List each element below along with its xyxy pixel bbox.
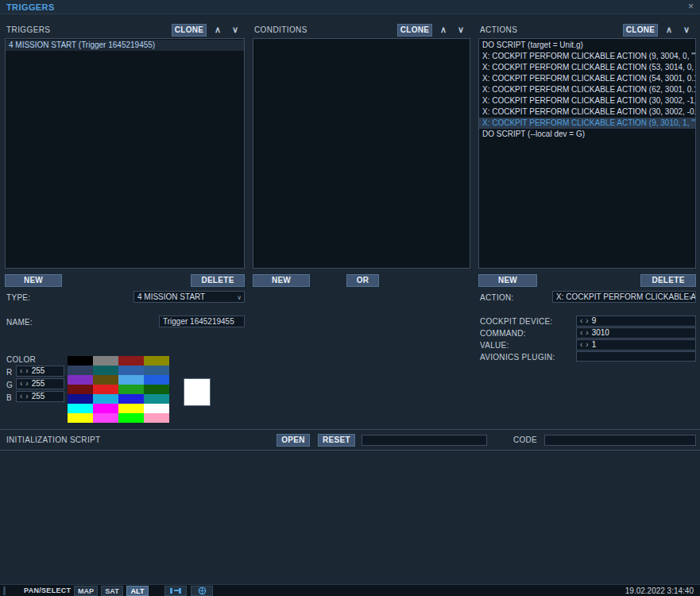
palette-color-swatch[interactable] — [93, 404, 118, 413]
palette-color-swatch[interactable] — [144, 404, 169, 413]
triggers-clone-button[interactable]: CLONE — [172, 24, 207, 37]
increment-icon[interactable]: › — [586, 316, 588, 325]
name-label: NAME: — [6, 318, 33, 327]
palette-color-swatch[interactable] — [93, 366, 118, 375]
triggers-move-down-icon[interactable]: ∨ — [229, 25, 242, 35]
increment-icon[interactable]: › — [586, 340, 588, 349]
palette-color-swatch[interactable] — [118, 356, 144, 366]
palette-color-swatch[interactable] — [68, 404, 93, 413]
palette-color-swatch[interactable] — [68, 385, 93, 394]
list-item[interactable]: X: COCKPIT PERFORM CLICKABLE ACTION (9, … — [479, 118, 695, 129]
palette-color-swatch[interactable] — [118, 366, 144, 375]
window-title: TRIGGERS — [6, 2, 55, 12]
script-file-input[interactable] — [362, 435, 487, 446]
command-label: COMMAND: — [480, 329, 526, 338]
increment-icon[interactable]: › — [25, 392, 28, 401]
palette-color-swatch[interactable] — [68, 375, 93, 385]
actions-new-button[interactable]: NEW — [478, 274, 537, 287]
conditions-new-button[interactable]: NEW — [253, 274, 310, 287]
palette-color-swatch[interactable] — [68, 366, 93, 375]
list-item[interactable]: DO SCRIPT (--local dev = G) — [479, 129, 695, 140]
open-button[interactable]: OPEN — [277, 434, 310, 447]
palette-color-swatch[interactable] — [118, 404, 144, 413]
action-type-dropdown[interactable]: X: COCKPIT PERFORM CLICKABLE ACTION ∨ — [552, 291, 696, 303]
cockpit-device-stepper[interactable]: ‹›9 — [576, 315, 696, 327]
triggers-move-up-icon[interactable]: ∧ — [211, 25, 224, 35]
list-item[interactable]: X: COCKPIT PERFORM CLICKABLE ACTION (9, … — [479, 51, 695, 62]
avionics-plugin-label: AVIONICS PLUGIN: — [480, 353, 555, 362]
palette-color-swatch[interactable] — [118, 413, 144, 423]
conditions-clone-button[interactable]: CLONE — [397, 24, 432, 37]
palette-color-swatch[interactable] — [93, 394, 118, 404]
palette-color-swatch[interactable] — [118, 394, 144, 404]
palette-color-swatch[interactable] — [144, 394, 169, 404]
conditions-list — [253, 38, 470, 269]
trigger-type-dropdown[interactable]: 4 MISSION START ∨ — [133, 291, 245, 303]
decrement-icon[interactable]: ‹ — [580, 328, 582, 337]
actions-move-down-icon[interactable]: ∨ — [680, 25, 693, 35]
green-stepper[interactable]: ‹›255 — [16, 378, 64, 389]
command-stepper[interactable]: ‹›3010 — [576, 327, 696, 339]
list-item[interactable]: DO SCRIPT (target = Unit.g) — [479, 40, 695, 51]
triggers-new-button[interactable]: NEW — [5, 274, 62, 287]
code-input[interactable] — [544, 435, 696, 446]
layers-toggle-button[interactable] — [164, 586, 187, 596]
list-item[interactable]: X: COCKPIT PERFORM CLICKABLE ACTION (53,… — [479, 62, 695, 73]
decrement-icon[interactable]: ‹ — [20, 366, 22, 375]
reset-button[interactable]: RESET — [318, 434, 355, 447]
map-button[interactable]: MAP — [74, 586, 98, 596]
palette-color-swatch[interactable] — [144, 413, 169, 423]
palette-color-swatch[interactable] — [68, 413, 93, 423]
increment-icon[interactable]: › — [586, 328, 588, 337]
decrement-icon[interactable]: ‹ — [580, 316, 582, 325]
palette-color-swatch[interactable] — [68, 394, 93, 404]
actions-header-label: ACTIONS — [480, 25, 517, 34]
decrement-icon[interactable]: ‹ — [580, 340, 582, 349]
list-item[interactable]: X: COCKPIT PERFORM CLICKABLE ACTION (54,… — [479, 73, 695, 84]
palette-color-swatch[interactable] — [144, 366, 169, 375]
palette-color-swatch[interactable] — [93, 375, 118, 385]
palette-color-swatch[interactable] — [93, 356, 118, 366]
palette-color-swatch[interactable] — [144, 385, 169, 394]
value-label: VALUE: — [480, 341, 509, 350]
list-item[interactable]: X: COCKPIT PERFORM CLICKABLE ACTION (62,… — [479, 84, 695, 95]
increment-icon[interactable]: › — [25, 379, 28, 388]
palette-color-swatch[interactable] — [118, 385, 144, 394]
layers-icon — [169, 587, 182, 594]
globe-toggle-button[interactable] — [191, 586, 213, 596]
palette-color-swatch[interactable] — [68, 356, 93, 366]
triggers-delete-button[interactable]: DELETE — [191, 274, 245, 287]
blue-stepper[interactable]: ‹›255 — [16, 391, 64, 402]
triggers-header-label: TRIGGERS — [6, 25, 50, 34]
palette-color-swatch[interactable] — [118, 375, 144, 385]
decrement-icon[interactable]: ‹ — [20, 379, 22, 388]
mission-datetime: 19.02.2022 3:14:40 — [625, 586, 694, 595]
trigger-name-input[interactable] — [159, 315, 245, 327]
avionics-plugin-input[interactable] — [576, 351, 696, 362]
alt-button[interactable]: ALT — [126, 586, 149, 596]
actions-move-up-icon[interactable]: ∧ — [663, 25, 675, 35]
list-item[interactable]: X: COCKPIT PERFORM CLICKABLE ACTION (30,… — [479, 106, 695, 118]
list-item[interactable]: X: COCKPIT PERFORM CLICKABLE ACTION (30,… — [479, 95, 695, 106]
type-label: TYPE: — [6, 293, 30, 302]
value-stepper[interactable]: ‹›1 — [576, 339, 696, 350]
blue-value: 255 — [32, 392, 45, 401]
increment-icon[interactable]: › — [25, 366, 28, 375]
list-item[interactable]: 4 MISSION START (Trigger 1645219455) — [6, 40, 244, 51]
red-stepper[interactable]: ‹›255 — [16, 366, 64, 377]
close-icon[interactable]: × — [688, 2, 694, 12]
blue-label: B — [6, 393, 12, 402]
palette-color-swatch[interactable] — [93, 385, 118, 394]
palette-color-swatch[interactable] — [144, 356, 169, 366]
mode-label: PAN/SELECT — [24, 586, 71, 594]
actions-delete-button[interactable]: DELETE — [640, 274, 696, 287]
palette-color-swatch[interactable] — [144, 375, 169, 385]
actions-clone-button[interactable]: CLONE — [623, 24, 658, 37]
triggers-list: 4 MISSION START (Trigger 1645219455) — [5, 38, 245, 269]
palette-color-swatch[interactable] — [93, 413, 118, 423]
conditions-move-down-icon[interactable]: ∨ — [454, 25, 467, 35]
conditions-or-button[interactable]: OR — [346, 274, 379, 287]
sat-button[interactable]: SAT — [101, 586, 123, 596]
decrement-icon[interactable]: ‹ — [20, 392, 22, 401]
conditions-move-up-icon[interactable]: ∧ — [437, 25, 450, 35]
